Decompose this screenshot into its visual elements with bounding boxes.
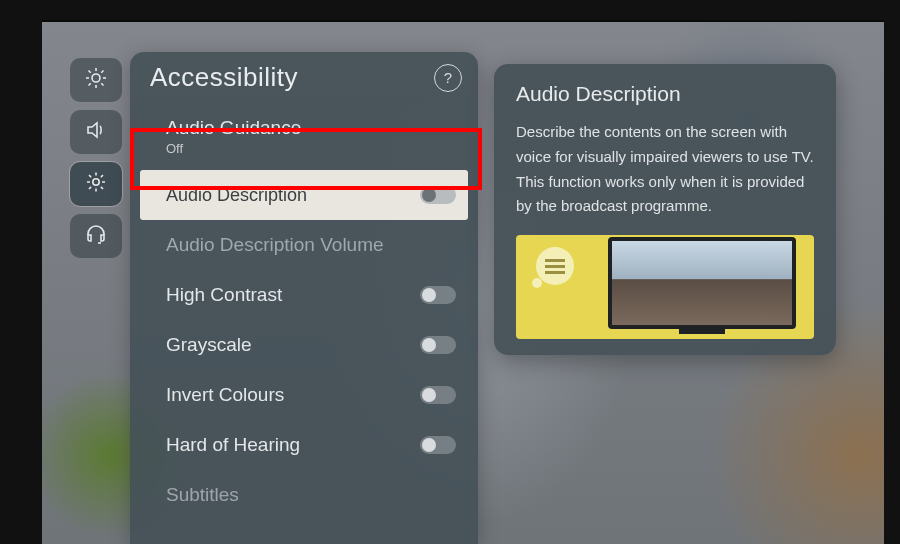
toggle-audio-description[interactable] xyxy=(420,186,456,204)
card-illustration xyxy=(516,235,814,339)
brightness-icon xyxy=(84,66,108,94)
svg-line-7 xyxy=(89,83,91,85)
tv-bezel xyxy=(884,20,900,544)
panel-header: Accessibility ? xyxy=(130,62,478,99)
gear-icon xyxy=(84,170,108,198)
tv-screen: Accessibility ? Audio Guidance Off Audio… xyxy=(0,0,900,544)
svg-point-9 xyxy=(93,179,99,185)
toggle-grayscale[interactable] xyxy=(420,336,456,354)
rail-settings[interactable] xyxy=(70,162,122,206)
detail-card: Audio Description Describe the contents … xyxy=(494,64,836,355)
speaker-icon xyxy=(84,118,108,146)
help-button[interactable]: ? xyxy=(434,64,462,92)
svg-point-0 xyxy=(92,74,100,82)
rail-sound[interactable] xyxy=(70,110,122,154)
svg-line-5 xyxy=(89,71,91,73)
toggle-invert-colours[interactable] xyxy=(420,386,456,404)
tv-bezel xyxy=(0,0,900,22)
toggle-high-contrast[interactable] xyxy=(420,286,456,304)
item-label: Audio Description xyxy=(166,185,307,206)
item-subtitles[interactable]: Subtitles xyxy=(130,470,478,520)
item-grayscale[interactable]: Grayscale xyxy=(130,320,478,370)
item-label: High Contrast xyxy=(166,284,282,306)
card-body: Describe the contents on the screen with… xyxy=(516,120,814,219)
item-invert-colours[interactable]: Invert Colours xyxy=(130,370,478,420)
item-label: Hard of Hearing xyxy=(166,434,300,456)
help-icon: ? xyxy=(444,69,452,86)
rail-picture[interactable] xyxy=(70,58,122,102)
item-label: Audio Description Volume xyxy=(166,234,384,256)
tv-illustration xyxy=(608,237,796,329)
toggle-hard-of-hearing[interactable] xyxy=(420,436,456,454)
settings-rail xyxy=(70,58,122,258)
item-high-contrast[interactable]: High Contrast xyxy=(130,270,478,320)
item-label: Subtitles xyxy=(166,484,239,506)
item-audio-description[interactable]: Audio Description xyxy=(140,170,468,220)
rail-support[interactable] xyxy=(70,214,122,258)
headset-icon xyxy=(84,222,108,250)
accessibility-panel: Accessibility ? Audio Guidance Off Audio… xyxy=(130,52,478,544)
panel-title: Accessibility xyxy=(150,62,298,93)
tv-bezel xyxy=(0,20,42,544)
item-hard-of-hearing[interactable]: Hard of Hearing xyxy=(130,420,478,470)
item-label: Invert Colours xyxy=(166,384,284,406)
svg-line-8 xyxy=(101,71,103,73)
svg-line-6 xyxy=(101,83,103,85)
item-label: Grayscale xyxy=(166,334,252,356)
item-audio-description-volume: Audio Description Volume xyxy=(130,220,478,270)
speech-bubble-icon xyxy=(536,247,574,285)
item-value: Off xyxy=(166,141,301,156)
item-audio-guidance[interactable]: Audio Guidance Off xyxy=(130,99,478,170)
card-title: Audio Description xyxy=(516,82,814,106)
item-label: Audio Guidance xyxy=(166,117,301,139)
